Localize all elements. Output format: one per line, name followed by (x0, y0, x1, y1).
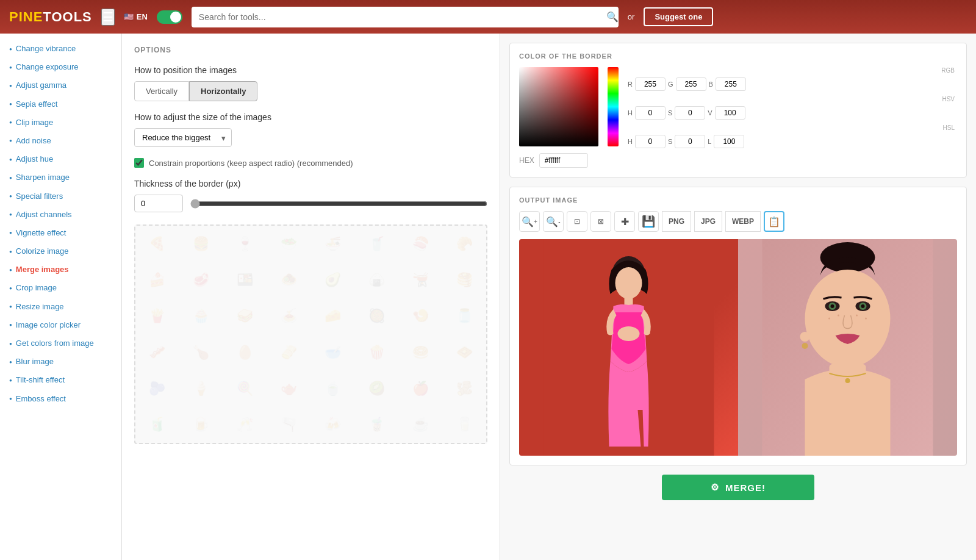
hamburger-menu[interactable]: ☰ (101, 9, 115, 26)
sidebar-item-special-filters[interactable]: ●Special filters (0, 187, 121, 206)
bullet-icon: ● (9, 137, 12, 144)
sidebar-item-clip-image[interactable]: ●Clip image (0, 113, 121, 132)
sidebar-item-vignette-effect[interactable]: ●Vignette effect (0, 224, 121, 242)
sidebar-item-get-colors-from-image[interactable]: ●Get colors from image (0, 334, 121, 353)
output-image-container (519, 239, 957, 456)
sidebar-item-resize-image[interactable]: ●Resize image (0, 298, 121, 316)
zoom-out-button[interactable]: 🔍- (543, 211, 564, 232)
theme-toggle[interactable] (157, 10, 182, 24)
hsv-v-input[interactable] (715, 106, 745, 120)
webp-button[interactable]: WEBP (725, 211, 761, 232)
sidebar-item-sepia-effect[interactable]: ●Sepia effect (0, 95, 121, 113)
language-selector[interactable]: 🇺🇸 EN (124, 12, 148, 21)
bullet-icon: ● (9, 119, 12, 126)
sidebar-item-blur-image[interactable]: ●Blur image (0, 353, 121, 371)
hsl-inputs: H S L (628, 135, 957, 148)
hsv-inputs: H S V (628, 106, 957, 120)
save-button[interactable]: 💾 (638, 211, 659, 232)
hsv-h-input[interactable] (635, 106, 666, 120)
color-picker-row: RGB R G B HSV (519, 67, 957, 148)
constrain-checkbox[interactable] (134, 158, 144, 168)
rgb-inputs: R G B (628, 77, 957, 91)
bullet-icon: ● (9, 321, 12, 328)
thickness-row (134, 195, 487, 212)
sidebar-item-colorize-image[interactable]: ●Colorize image (0, 242, 121, 260)
bullet-icon: ● (9, 359, 12, 365)
bullet-icon: ● (9, 46, 12, 52)
color-gradient[interactable] (519, 67, 598, 146)
upload-area[interactable]: 🍕🍔🍷🥗🍜🥤🍣🥐 🍰🥩🍱🧆🥑🍙🫕🥞 🍟🧁🥪🍝🧀🥘🍤🫙 🥓🍗🥚🫔🥣🍿🥯🧇 🫐🍦🍭🫖… (134, 224, 487, 444)
main-container: ●Change vibrance●Change exposure●Adjust … (0, 34, 976, 560)
sidebar-item-adjust-gamma[interactable]: ●Adjust gamma (0, 76, 121, 95)
svg-point-18 (856, 315, 858, 317)
bullet-icon: ● (9, 285, 12, 292)
sidebar-item-adjust-hue[interactable]: ●Adjust hue (0, 150, 121, 168)
rgb-r-input[interactable] (635, 77, 666, 91)
search-button[interactable]: 🔍 (606, 11, 619, 23)
color-border-title: COLOR OF THE BORDER (519, 52, 957, 60)
sidebar-item-image-color-picker[interactable]: ●Image color picker (0, 316, 121, 334)
bullet-icon: ● (9, 101, 12, 107)
hex-input[interactable] (539, 153, 588, 168)
sidebar-item-change-exposure[interactable]: ●Change exposure (0, 58, 121, 76)
bullet-icon: ● (9, 174, 12, 181)
jpg-button[interactable]: JPG (694, 211, 722, 232)
options-panel: OPTIONS How to position the images Verti… (122, 34, 500, 560)
zoom-actual-button[interactable]: ⊠ (590, 211, 611, 232)
bullet-icon: ● (9, 156, 12, 163)
hsl-s-input[interactable] (675, 135, 705, 148)
right-panel: COLOR OF THE BORDER RGB R G (500, 34, 976, 560)
header: PINETOOLS ☰ 🇺🇸 EN 🔍 or Suggest one (0, 0, 976, 34)
rgb-group-label: RGB (628, 67, 957, 74)
sidebar-item-merge-images[interactable]: ●Merge images (0, 260, 121, 279)
thickness-slider[interactable] (190, 199, 487, 209)
checkbox-row: Constrain proportions (keep aspect radio… (134, 158, 487, 168)
sidebar-item-sharpen-image[interactable]: ●Sharpen image (0, 168, 121, 187)
hsl-l-input[interactable] (714, 135, 744, 148)
svg-point-4 (618, 326, 640, 341)
options-title: OPTIONS (134, 46, 487, 54)
gear-icon: ⚙ (711, 482, 719, 493)
svg-point-9 (805, 270, 891, 367)
bullet-icon: ● (9, 377, 12, 384)
rgb-b-input[interactable] (716, 77, 746, 91)
output-title: OUTPUT IMAGE (519, 196, 957, 204)
png-button[interactable]: PNG (662, 211, 691, 232)
hsl-h-input[interactable] (635, 135, 666, 148)
merge-button[interactable]: ⚙ MERGE! (662, 475, 814, 500)
rgb-g-input[interactable] (676, 77, 706, 91)
output-image-right (738, 239, 957, 456)
horizontally-button[interactable]: Horizontally (189, 81, 257, 101)
size-dropdown-wrap: Reduce the biggest Expand the smallest K… (134, 128, 232, 147)
sidebar-item-tilt-shift-effect[interactable]: ●Tilt-shift effect (0, 371, 121, 389)
sidebar-item-emboss-effect[interactable]: ●Emboss effect (0, 390, 121, 408)
size-dropdown[interactable]: Reduce the biggest Expand the smallest K… (134, 128, 232, 147)
sidebar-item-adjust-channels[interactable]: ●Adjust channels (0, 206, 121, 224)
logo: PINETOOLS (9, 9, 92, 25)
thickness-input[interactable] (134, 195, 183, 212)
bullet-icon: ● (9, 395, 12, 402)
hsv-s-input[interactable] (675, 106, 705, 120)
svg-point-17 (838, 315, 839, 317)
zoom-fit-button[interactable]: ⊡ (567, 211, 587, 232)
clipboard-button[interactable]: 📋 (764, 211, 784, 232)
color-spectrum[interactable] (608, 67, 619, 146)
search-input[interactable] (192, 7, 619, 27)
svg-point-15 (861, 304, 865, 308)
zoom-plus-button[interactable]: ✚ (614, 211, 635, 232)
or-text: or (628, 12, 635, 21)
sidebar-item-crop-image[interactable]: ●Crop image (0, 279, 121, 297)
bullet-icon: ● (9, 64, 12, 71)
sidebar-item-change-vibrance[interactable]: ●Change vibrance (0, 40, 121, 58)
vertically-button[interactable]: Vertically (134, 81, 189, 101)
hsl-group-label: HSL (628, 124, 957, 131)
toggle-circle (170, 12, 181, 23)
merge-bar: ⚙ MERGE! (509, 475, 967, 500)
sidebar-item-add-noise[interactable]: ●Add noise (0, 132, 121, 150)
suggest-button[interactable]: Suggest one (644, 7, 713, 26)
zoom-in-button[interactable]: 🔍+ (519, 211, 540, 232)
thickness-label: Thickness of the border (px) (134, 179, 487, 188)
position-button-group: Vertically Horizontally (134, 81, 487, 101)
bullet-icon: ● (9, 340, 12, 347)
hex-row: HEX (519, 153, 957, 168)
